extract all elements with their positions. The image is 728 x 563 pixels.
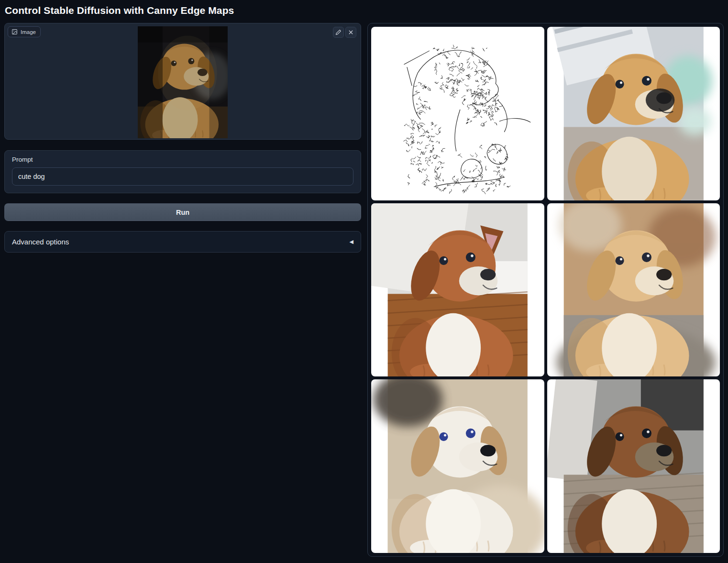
advanced-options-label: Advanced options bbox=[12, 238, 69, 246]
prompt-label: Prompt bbox=[12, 156, 353, 163]
input-image-preview bbox=[5, 26, 361, 138]
canny-edge-map[interactable] bbox=[371, 27, 544, 200]
generated-dog-1[interactable] bbox=[547, 27, 720, 200]
input-image-dropzone[interactable]: Image bbox=[4, 23, 361, 140]
close-icon bbox=[348, 29, 354, 35]
pencil-icon bbox=[335, 29, 342, 35]
clear-image-button[interactable] bbox=[345, 27, 356, 38]
prompt-input[interactable] bbox=[12, 167, 353, 186]
image-actions bbox=[333, 27, 356, 38]
generated-dog-4[interactable] bbox=[371, 379, 544, 553]
generated-dog-3[interactable] bbox=[547, 203, 720, 377]
image-label-tab: Image bbox=[8, 26, 41, 37]
controls-column: Image Prompt bbox=[4, 23, 361, 253]
accordion-collapse-icon: ◀ bbox=[350, 239, 353, 244]
image-label: Image bbox=[21, 29, 36, 35]
prompt-panel: Prompt bbox=[4, 150, 361, 193]
output-gallery bbox=[367, 23, 724, 557]
image-icon bbox=[11, 29, 18, 35]
edit-image-button[interactable] bbox=[333, 27, 344, 38]
run-button[interactable]: Run bbox=[4, 203, 361, 221]
generated-dog-5[interactable] bbox=[547, 379, 720, 553]
app: Control Stable Diffusion with Canny Edge… bbox=[0, 0, 728, 561]
page-title: Control Stable Diffusion with Canny Edge… bbox=[5, 5, 724, 16]
advanced-options-accordion[interactable]: Advanced options ◀ bbox=[4, 231, 361, 253]
generated-dog-2[interactable] bbox=[371, 203, 544, 377]
